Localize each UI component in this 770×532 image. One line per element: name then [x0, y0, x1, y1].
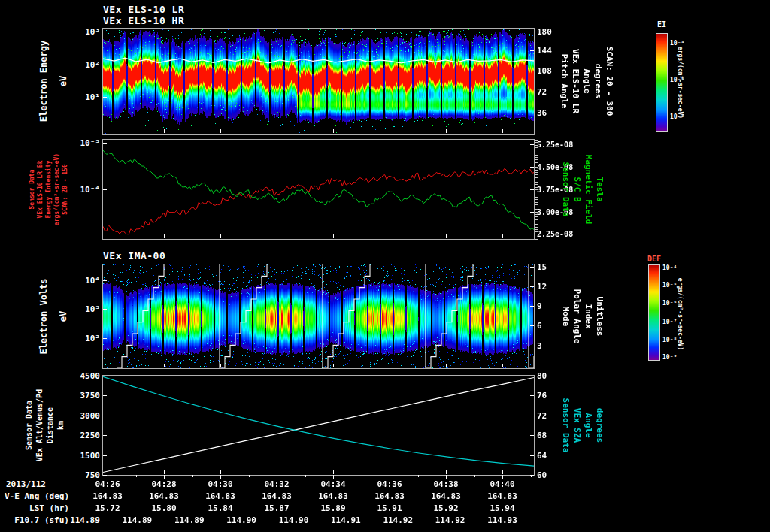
axis-tick-mark: [530, 455, 534, 456]
axis-tick-mark: [103, 435, 107, 436]
sza-line: [103, 376, 534, 466]
time-tick-mark: [502, 129, 503, 133]
axis-tick-mark: [103, 395, 107, 396]
panel1-title-hr: VEx ELS-10 HR: [103, 15, 184, 26]
time-tick-label: 04:30: [208, 479, 232, 489]
minor-ruler-tick: [535, 184, 538, 185]
time-tick-mark: [108, 234, 108, 238]
footer-value: 164.83: [92, 491, 123, 501]
orbit-left-axis-label: Distance: [46, 407, 54, 443]
axis-tick-mark: [530, 376, 534, 376]
vex-orbit-summary-plot: VEx ELS-10 LR VEx ELS-10 HR VEx IMA-00 E…: [0, 0, 770, 532]
minor-ruler-tick: [535, 182, 538, 183]
axis-tick-mark: [530, 32, 534, 32]
time-minor-tick-mark: [531, 475, 532, 477]
time-tick-label: 04:34: [320, 479, 345, 489]
minor-ruler-tick: [535, 212, 538, 213]
time-tick-mark: [390, 364, 390, 367]
ei-colorbar: [656, 33, 668, 132]
els-right-axis-label: Pitch Angle: [559, 54, 569, 109]
els-left-axis-label: Electron Energy: [38, 41, 49, 122]
footer-value: 15.92: [433, 503, 458, 513]
axis-tick-label: 12: [537, 281, 547, 291]
time-tick-mark: [277, 234, 277, 238]
time-tick-mark: [277, 364, 277, 367]
ima-spectrogram: [103, 264, 534, 368]
axis-tick-mark: [103, 97, 107, 98]
minor-ruler-tick: [535, 174, 538, 175]
ei-colorbar-title: EI: [650, 20, 674, 29]
minor-ruler-tick: [535, 214, 538, 215]
minor-ruler-tick: [535, 237, 538, 237]
footer-value: 114.90: [226, 515, 256, 525]
footer-value: 15.89: [320, 503, 345, 513]
footer-value: 114.89: [123, 515, 153, 525]
axis-tick-mark: [530, 286, 534, 287]
els-left-axis-label: eV: [58, 76, 68, 86]
axis-tick-label: 76: [537, 391, 547, 401]
axis-tick-mark: [530, 212, 534, 213]
axis-tick-label: 3000: [55, 410, 100, 420]
sensor-b-left-axis-label: SCAN: 20 - 150: [62, 164, 68, 214]
footer-value: 164.83: [262, 491, 292, 501]
time-tick-mark: [446, 364, 447, 367]
footer-value: 15.94: [490, 503, 514, 513]
axis-tick-label: 10⁻³: [55, 138, 100, 147]
sensor-b-left-axis-label: Energy Intensity: [45, 160, 52, 218]
els-spectrogram: [103, 29, 534, 134]
orbit-chart: [103, 376, 534, 475]
time-tick-mark: [333, 234, 334, 238]
axis-tick-label: 10²: [55, 333, 100, 343]
sensor-b-right-axis-label: S/C B: [572, 177, 582, 201]
axis-tick-mark: [530, 234, 534, 234]
axis-tick-mark: [103, 189, 107, 190]
axis-tick-mark: [530, 71, 534, 71]
time-tick-mark: [333, 129, 334, 133]
axis-tick-label: 2.25e-08: [537, 230, 573, 238]
time-tick-mark: [390, 129, 390, 133]
time-major-tick-mark: [108, 475, 108, 479]
minor-ruler-tick: [535, 192, 538, 192]
minor-ruler-tick: [535, 207, 538, 207]
time-tick-mark: [108, 129, 108, 133]
axis-tick-mark: [530, 346, 534, 346]
minor-ruler-tick: [535, 167, 538, 168]
footer-value: 164.83: [431, 491, 461, 501]
time-tick-mark: [333, 470, 334, 474]
axis-tick-label: 36: [537, 108, 547, 118]
def-colorbar-tick-label: 10⁻⁵: [662, 281, 677, 288]
minor-ruler-tick: [535, 180, 538, 180]
axis-tick-mark: [103, 32, 107, 32]
ei-colorbar-tick-label: 10⁻⁴: [670, 40, 684, 47]
ei-colorbar-tick-label: 10⁻⁸: [670, 113, 684, 119]
minor-ruler-tick: [535, 239, 538, 240]
footer-value: 114.91: [331, 515, 361, 525]
footer-value: 15.80: [151, 503, 176, 513]
minor-ruler-tick: [535, 140, 538, 141]
panel3-title: VEx IMA-00: [103, 250, 165, 261]
axis-tick-mark: [530, 416, 534, 416]
time-tick-mark: [108, 364, 108, 367]
time-major-tick-mark: [220, 475, 221, 479]
footer-value: 164.83: [318, 491, 348, 501]
axis-tick-mark: [530, 267, 534, 268]
minor-ruler-tick: [535, 142, 538, 143]
time-tick-mark: [164, 364, 165, 367]
axis-tick-mark: [530, 395, 534, 396]
orbit-left-axis-label: VEx Alt/Venus/Pd: [35, 389, 44, 461]
time-tick-mark: [277, 470, 277, 474]
minor-ruler-tick: [535, 199, 538, 200]
footer-value: 164.83: [374, 491, 405, 501]
sensor-b-chart: [103, 140, 534, 239]
axis-tick-label: 15: [537, 261, 547, 271]
axis-tick-mark: [103, 475, 107, 476]
minor-ruler-tick: [535, 162, 538, 163]
sensor-b-right-axis-label: Tesla: [595, 177, 605, 201]
time-tick-mark: [502, 234, 503, 238]
axis-tick-mark: [530, 92, 534, 92]
orbit-right-axis-label: degrees: [595, 408, 605, 443]
def-colorbar-tick-label: 10⁻⁷: [662, 318, 677, 325]
footer-value: 114.92: [435, 515, 465, 525]
axis-tick-label: 1500: [55, 450, 100, 460]
time-minor-tick-mark: [362, 475, 362, 477]
